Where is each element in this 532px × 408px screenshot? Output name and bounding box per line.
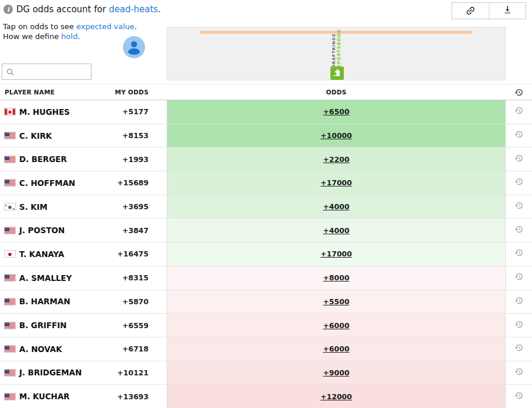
odds-cell[interactable]: +17000 bbox=[167, 242, 506, 266]
draftkings-logo-icon bbox=[330, 66, 344, 80]
odds-cell[interactable]: +6500 bbox=[167, 100, 506, 124]
history-icon bbox=[515, 201, 523, 212]
player-name: C. HOFFMAN bbox=[19, 178, 75, 188]
flag-us-icon bbox=[4, 345, 16, 353]
odds-link[interactable]: +9000 bbox=[323, 368, 349, 377]
my-odds-value: +10121 bbox=[93, 361, 149, 385]
table-row: C. KIRK+8153+10000 bbox=[0, 124, 532, 148]
row-history-button[interactable] bbox=[506, 361, 532, 385]
history-icon bbox=[515, 343, 523, 354]
hold-line: How we define hold. bbox=[3, 32, 80, 41]
history-icon bbox=[515, 177, 523, 188]
table-row: B. GRIFFIN+6559+6000 bbox=[0, 314, 532, 337]
odds-cell[interactable]: +9000 bbox=[167, 361, 506, 385]
my-odds-value: +8315 bbox=[93, 266, 149, 290]
history-icon bbox=[515, 320, 523, 331]
odds-link[interactable]: +2200 bbox=[323, 155, 349, 164]
history-column-button[interactable] bbox=[506, 88, 532, 97]
table-row: M. KUCHAR+13693+12000 bbox=[0, 385, 532, 408]
player-name: C. KIRK bbox=[19, 131, 52, 140]
my-odds-value: +5177 bbox=[93, 100, 149, 124]
link-icon bbox=[463, 3, 478, 19]
odds-link[interactable]: +5500 bbox=[323, 297, 349, 306]
history-icon bbox=[515, 106, 523, 117]
my-odds-value: +13693 bbox=[93, 385, 149, 408]
hold-link[interactable]: hold bbox=[61, 32, 77, 41]
odds-cell[interactable]: +4000 bbox=[167, 195, 506, 219]
player-name: B. GRIFFIN bbox=[19, 321, 66, 330]
flag-jp-icon bbox=[4, 250, 16, 258]
player-cell: S. KIM bbox=[0, 195, 93, 219]
odds-comparison-page: i DG odds account for dead-heats. Tap on… bbox=[0, 0, 532, 408]
header-my-odds: MY ODDS bbox=[93, 89, 149, 96]
odds-link[interactable]: +6000 bbox=[323, 344, 349, 353]
player-cell: J. POSTON bbox=[0, 219, 93, 242]
my-odds-value: +15689 bbox=[93, 171, 149, 195]
table-body: M. HUGHES+5177+6500C. KIRK+8153+10000D. … bbox=[0, 100, 532, 408]
odds-cell[interactable]: +6000 bbox=[167, 314, 506, 337]
odds-link[interactable]: +10000 bbox=[320, 131, 352, 140]
search-input[interactable] bbox=[15, 64, 91, 79]
odds-link[interactable]: +17000 bbox=[320, 178, 352, 187]
odds-cell[interactable]: +8000 bbox=[167, 266, 506, 290]
row-history-button[interactable] bbox=[506, 100, 532, 124]
player-cell: B. GRIFFIN bbox=[0, 314, 93, 337]
player-name: A. SMALLEY bbox=[19, 273, 72, 283]
odds-cell[interactable]: +12000 bbox=[167, 385, 506, 408]
player-name: J. POSTON bbox=[19, 226, 65, 235]
odds-cell[interactable]: +17000 bbox=[167, 171, 506, 195]
row-history-button[interactable] bbox=[506, 242, 532, 266]
row-history-button[interactable] bbox=[506, 195, 532, 219]
row-history-button[interactable] bbox=[506, 314, 532, 337]
odds-link[interactable]: +6500 bbox=[323, 107, 349, 116]
row-history-button[interactable] bbox=[506, 219, 532, 242]
row-history-button[interactable] bbox=[506, 385, 532, 408]
row-history-button[interactable] bbox=[506, 266, 532, 290]
sportsbook-header: DRAFTKINGS SPORTSBOOK bbox=[167, 27, 506, 80]
row-history-button[interactable] bbox=[506, 147, 532, 171]
row-history-button[interactable] bbox=[506, 171, 532, 195]
player-cell: M. KUCHAR bbox=[0, 385, 93, 408]
row-history-button[interactable] bbox=[506, 290, 532, 314]
player-cell: M. HUGHES bbox=[0, 100, 93, 124]
odds-link[interactable]: +4000 bbox=[323, 226, 349, 235]
table-row: C. HOFFMAN+15689+17000 bbox=[0, 171, 532, 195]
odds-cell[interactable]: +10000 bbox=[167, 124, 506, 147]
odds-link[interactable]: +17000 bbox=[320, 249, 352, 258]
odds-link[interactable]: +8000 bbox=[323, 273, 349, 282]
account-avatar[interactable] bbox=[123, 36, 145, 58]
history-icon bbox=[515, 130, 523, 141]
table-row: S. KIM+3695+4000 bbox=[0, 195, 532, 219]
odds-cell[interactable]: +4000 bbox=[167, 219, 506, 242]
my-odds-value: +5870 bbox=[93, 290, 149, 314]
table-row: T. KANAYA+16475+17000 bbox=[0, 242, 532, 266]
my-odds-value: +6718 bbox=[93, 337, 149, 361]
odds-link[interactable]: +12000 bbox=[320, 392, 352, 401]
share-link-button[interactable] bbox=[452, 3, 489, 19]
player-cell: J. BRIDGEMAN bbox=[0, 361, 93, 385]
odds-cell[interactable]: +2200 bbox=[167, 147, 506, 171]
download-button[interactable] bbox=[489, 3, 526, 19]
player-name: D. BERGER bbox=[19, 154, 67, 164]
my-odds-value: +16475 bbox=[93, 242, 149, 266]
player-name: T. KANAYA bbox=[19, 249, 64, 259]
dead-heats-link[interactable]: dead-heats bbox=[109, 4, 158, 15]
table-row: A. SMALLEY+8315+8000 bbox=[0, 266, 532, 290]
table-row: B. HARMAN+5870+5500 bbox=[0, 290, 532, 314]
odds-link[interactable]: +6000 bbox=[323, 321, 349, 330]
history-icon bbox=[515, 248, 523, 259]
player-name: J. BRIDGEMAN bbox=[19, 368, 82, 377]
player-search bbox=[2, 64, 91, 80]
expected-value-link[interactable]: expected value bbox=[76, 22, 135, 31]
expected-value-line: Tap on odds to see expected value. bbox=[3, 22, 137, 31]
header-player-name: PLAYER NAME bbox=[0, 89, 93, 96]
flag-ca-icon bbox=[4, 108, 16, 115]
odds-cell[interactable]: +6000 bbox=[167, 337, 506, 361]
row-history-button[interactable] bbox=[506, 124, 532, 147]
odds-link[interactable]: +4000 bbox=[323, 202, 349, 211]
row-history-button[interactable] bbox=[506, 337, 532, 361]
info-text: DG odds account for dead-heats. bbox=[16, 4, 161, 15]
my-odds-value: +8153 bbox=[93, 124, 149, 147]
odds-cell[interactable]: +5500 bbox=[167, 290, 506, 314]
table-row: A. NOVAK+6718+6000 bbox=[0, 337, 532, 361]
